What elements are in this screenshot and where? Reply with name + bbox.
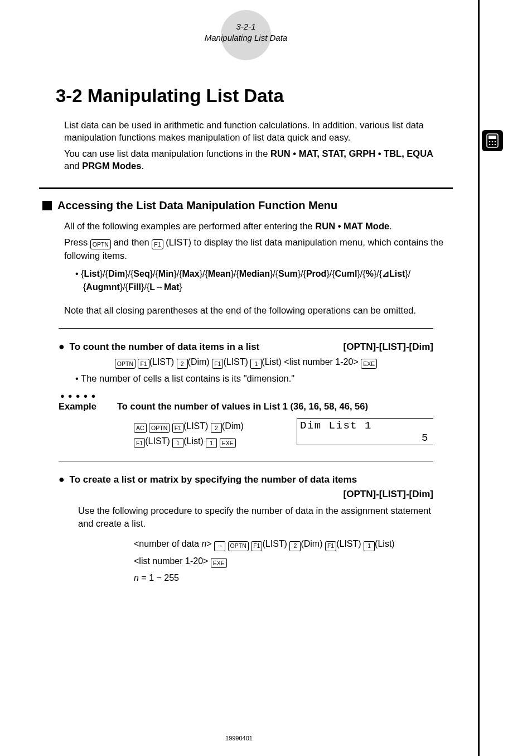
key-exe: EXE [361, 359, 377, 369]
operation-2-desc: Use the following procedure to specify t… [78, 504, 433, 530]
operation-divider [59, 328, 433, 329]
key-f1: F1 [251, 541, 262, 551]
operation-divider [59, 461, 433, 461]
key-exe: EXE [211, 558, 227, 568]
intro-p1: List data can be used in arithmetic and … [64, 119, 450, 144]
operation-1-path: [OPTN]-[LIST]-[Dim] [344, 341, 433, 353]
svg-point-6 [492, 144, 494, 146]
section-heading: Accessing the List Data Manipulation Fun… [39, 199, 453, 212]
svg-point-3 [492, 141, 494, 143]
footer-date: 19990401 [0, 735, 478, 741]
key-2: 2 [211, 423, 222, 433]
key-1: 1 [172, 438, 183, 448]
svg-point-5 [489, 144, 491, 146]
operation-1-header: ● To count the number of data items in a… [59, 341, 433, 353]
intro-p2: You can use list data manipulation funct… [64, 147, 450, 172]
page-header: 3-2-1 Manipulating List Data [39, 10, 453, 60]
example-1: Example To count the number of values in… [59, 401, 433, 412]
side-tab-calculator-icon [482, 130, 503, 151]
key-1: 1 [250, 359, 262, 369]
example-1-keys: AC OPTN F1(LIST) 2(Dim) F1(LIST) 1(List)… [134, 418, 244, 449]
key-optn: OPTN [149, 423, 170, 433]
operation-2-header: ● To create a list or matrix by specifyi… [59, 474, 433, 500]
section-p2: Press OPTN and then F1 (LIST) to display… [64, 236, 453, 262]
key-optn: OPTN [115, 359, 136, 369]
menu-items-list: • {List}/{Dim}/{Seq}/{Min}/{Max}/{Mean}/… [75, 267, 453, 294]
key-ac: AC [134, 423, 147, 433]
page-title: 3-2 Manipulating List Data [56, 85, 453, 107]
page-subtitle: Manipulating List Data [39, 32, 453, 44]
key-f1: F1 [138, 359, 149, 369]
operation-2-keysequence: <number of data n> → OPTN F1(LIST) 2(Dim… [134, 536, 453, 586]
key-2: 2 [289, 541, 301, 551]
section-divider [39, 187, 453, 189]
key-2: 2 [177, 359, 188, 369]
key-1: 1 [364, 541, 375, 551]
section-p1: All of the following examples are perfor… [64, 220, 453, 233]
calculator-display: Dim List 1 5 [297, 418, 433, 445]
svg-point-7 [495, 144, 496, 146]
key-optn: OPTN [90, 239, 111, 249]
example-dots-icon: ●●●●● [60, 392, 453, 400]
key-optn: OPTN [228, 541, 249, 551]
operation-2-path: [OPTN]-[LIST]-[Dim] [344, 489, 433, 500]
section-body: All of the following examples are perfor… [64, 220, 453, 293]
svg-point-2 [489, 141, 491, 143]
key-f1: F1 [152, 239, 163, 249]
key-f1: F1 [134, 438, 145, 448]
key-f1: F1 [172, 423, 183, 433]
key-exe: EXE [220, 438, 236, 448]
key-assign: → [214, 541, 225, 551]
key-1: 1 [206, 438, 217, 448]
svg-rect-1 [489, 136, 496, 139]
dimension-note: • The number of cells a list contains is… [75, 373, 453, 384]
parentheses-note: Note that all closing parentheses at the… [64, 305, 453, 316]
key-f1: F1 [212, 359, 223, 369]
display-line-1: Dim List 1 [300, 420, 372, 432]
key-f1: F1 [325, 541, 336, 551]
intro-block: List data can be used in arithmetic and … [64, 119, 450, 172]
square-bullet-icon [42, 201, 52, 210]
display-result: 5 [422, 432, 429, 444]
page-ref: 3-2-1 [39, 21, 453, 32]
operation-1-keysequence: OPTN F1(LIST) 2(Dim) F1(LIST) 1(List) <l… [39, 357, 453, 369]
svg-point-4 [495, 141, 496, 143]
